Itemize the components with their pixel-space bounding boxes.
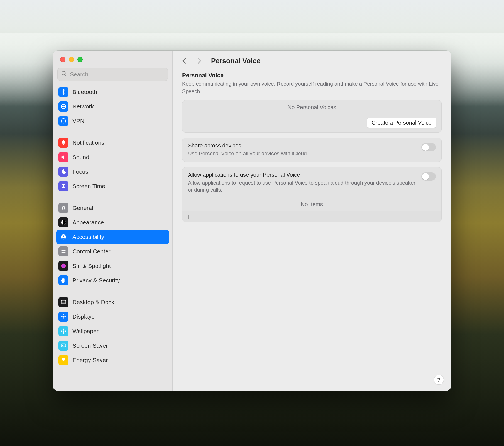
sidebar-item-label: Control Center: [72, 248, 111, 255]
sidebar-item-notifications[interactable]: Notifications: [56, 135, 169, 150]
sidebar-item-wallpaper[interactable]: Wallpaper: [56, 324, 169, 338]
sidebar-item-controlcenter[interactable]: Control Center: [56, 244, 169, 259]
svg-line-17: [62, 318, 62, 319]
moon-icon: [58, 167, 68, 177]
sidebar-item-label: Notifications: [72, 139, 104, 146]
close-button[interactable]: [60, 57, 65, 62]
siri-icon: [58, 261, 68, 271]
sidebar-item-energy[interactable]: Energy Saver: [56, 353, 169, 367]
sidebar-item-label: Accessibility: [72, 234, 104, 240]
main-content: Personal Voice Personal Voice Keep commu…: [173, 51, 451, 391]
share-across-devices-toggle[interactable]: [421, 143, 436, 151]
system-settings-window: BluetoothNetworkVPNNotificationsSoundFoc…: [53, 51, 451, 391]
sidebar-item-label: VPN: [72, 118, 84, 124]
svg-rect-9: [62, 303, 65, 304]
page-title: Personal Voice: [211, 57, 260, 65]
sidebar-nav: BluetoothNetworkVPNNotificationsSoundFoc…: [53, 85, 172, 391]
svg-point-25: [62, 345, 64, 346]
zoom-button[interactable]: [77, 57, 83, 62]
sidebar-item-label: Energy Saver: [72, 357, 108, 363]
hand-icon: [58, 275, 68, 285]
svg-line-16: [65, 318, 65, 319]
sidebar: BluetoothNetworkVPNNotificationsSoundFoc…: [53, 51, 173, 391]
sidebar-item-label: Displays: [72, 313, 94, 320]
svg-point-4: [63, 236, 64, 237]
sidebar-item-label: Screen Time: [72, 183, 105, 190]
share-subtitle: Use Personal Voice on all your devices w…: [188, 150, 417, 157]
add-app-button[interactable]: ＋: [182, 211, 194, 222]
share-across-devices-card: Share across devices Use Personal Voice …: [182, 138, 442, 162]
contrast-icon: [58, 217, 68, 227]
forward-button[interactable]: [195, 56, 204, 65]
sidebar-item-focus[interactable]: Focus: [56, 164, 169, 179]
globe-icon: [58, 101, 68, 112]
allow-apps-empty-label: No Items: [182, 198, 441, 211]
sidebar-item-privacy[interactable]: Privacy & Security: [56, 273, 169, 288]
svg-rect-5: [62, 250, 66, 251]
bell-icon: [58, 138, 68, 148]
allow-apps-list-footer: ＋ －: [182, 211, 441, 222]
svg-line-18: [65, 315, 65, 316]
intro-subtitle: Keep communicating in your own voice. Re…: [182, 80, 442, 95]
svg-rect-6: [62, 252, 66, 253]
remove-app-button[interactable]: －: [194, 211, 206, 222]
back-button[interactable]: [180, 56, 189, 65]
flower-icon: [58, 326, 68, 336]
sidebar-item-label: Sound: [72, 154, 89, 161]
sun-icon: [58, 312, 68, 322]
bluetooth-icon: [58, 87, 68, 97]
allow-apps-card: Allow applications to use your Personal …: [182, 167, 442, 222]
vpn-icon: [58, 116, 68, 126]
minus-icon: －: [197, 212, 203, 221]
dock-icon: [58, 297, 68, 307]
svg-point-23: [65, 330, 66, 332]
personal-voices-card: No Personal Voices Create a Personal Voi…: [182, 100, 442, 133]
sidebar-item-screentime[interactable]: Screen Time: [56, 179, 169, 193]
sidebar-item-label: Network: [72, 103, 94, 110]
section-intro: Personal Voice Keep communicating in you…: [182, 72, 442, 95]
screensaver-icon: [58, 341, 68, 351]
sidebar-item-label: Privacy & Security: [72, 277, 120, 284]
create-personal-voice-button[interactable]: Create a Personal Voice: [367, 118, 436, 128]
svg-point-10: [62, 316, 64, 317]
sidebar-item-label: Siri & Spotlight: [72, 263, 111, 269]
minimize-button[interactable]: [69, 57, 74, 62]
speaker-icon: [58, 152, 68, 162]
window-controls: [53, 51, 172, 68]
sidebar-item-bluetooth[interactable]: Bluetooth: [56, 85, 169, 99]
sidebar-item-label: Focus: [72, 168, 88, 175]
sidebar-item-general[interactable]: General: [56, 201, 169, 215]
allow-apps-subtitle: Allow applications to request to use Per…: [188, 179, 417, 193]
sidebar-item-siri[interactable]: Siri & Spotlight: [56, 259, 169, 273]
sidebar-item-accessibility[interactable]: Accessibility: [56, 230, 169, 244]
sidebar-item-desktop[interactable]: Desktop & Dock: [56, 295, 169, 309]
person-icon: [58, 232, 68, 242]
help-button[interactable]: ?: [434, 375, 444, 385]
svg-point-20: [63, 329, 64, 330]
svg-point-19: [63, 330, 64, 332]
hourglass-icon: [58, 181, 68, 191]
switches-icon: [58, 246, 68, 256]
sidebar-item-displays[interactable]: Displays: [56, 309, 169, 324]
sidebar-item-screensaver[interactable]: Screen Saver: [56, 338, 169, 353]
sidebar-item-label: Bluetooth: [72, 89, 97, 95]
allow-apps-title: Allow applications to use your Personal …: [188, 172, 417, 178]
sidebar-item-label: Wallpaper: [72, 328, 99, 334]
intro-title: Personal Voice: [182, 72, 442, 79]
search-input[interactable]: [70, 71, 164, 78]
sidebar-item-label: Desktop & Dock: [72, 299, 114, 306]
allow-apps-toggle[interactable]: [421, 172, 436, 181]
search-field[interactable]: [57, 68, 168, 81]
svg-point-22: [61, 330, 63, 332]
sidebar-item-label: Screen Saver: [72, 342, 108, 349]
bulb-icon: [58, 355, 68, 365]
sidebar-item-network[interactable]: Network: [56, 99, 169, 114]
sidebar-item-vpn[interactable]: VPN: [56, 114, 169, 128]
plus-icon: ＋: [185, 212, 192, 221]
sidebar-item-label: Appearance: [72, 219, 104, 226]
toolbar: Personal Voice: [173, 51, 451, 70]
desktop-wallpaper: BluetoothNetworkVPNNotificationsSoundFoc…: [0, 0, 504, 446]
gear-icon: [58, 203, 68, 213]
sidebar-item-sound[interactable]: Sound: [56, 150, 169, 164]
sidebar-item-appearance[interactable]: Appearance: [56, 215, 169, 230]
